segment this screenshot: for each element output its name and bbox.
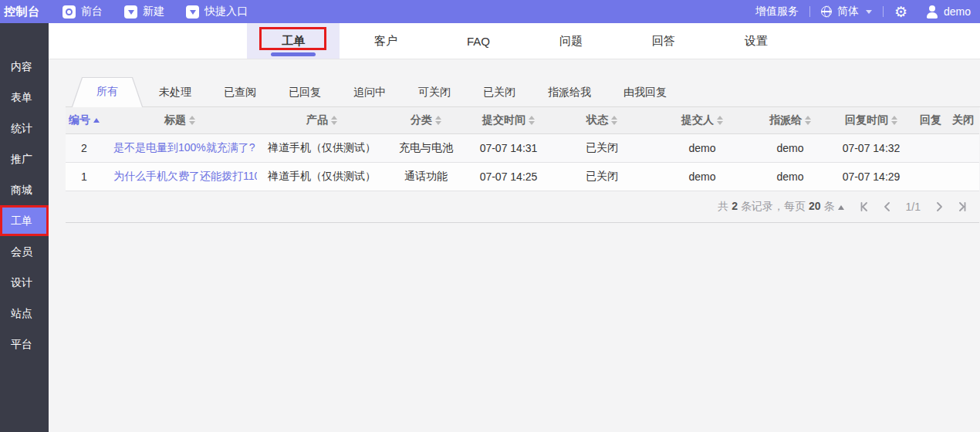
- col-header-product[interactable]: 产品: [257, 107, 387, 133]
- menu-item-label: 前台: [81, 5, 103, 19]
- total-records: 2: [728, 200, 741, 212]
- globe-icon: [821, 6, 832, 17]
- last-page-button[interactable]: [958, 202, 968, 211]
- menu-item-new[interactable]: 新建: [124, 5, 164, 19]
- filter-tab-unprocessed[interactable]: 未处理: [143, 78, 208, 106]
- tab-question[interactable]: 问题: [525, 23, 617, 59]
- table-row: 1 为什么手机欠费了还能拨打110 禅道手机（仅供测试） 通话功能 07-07 …: [66, 162, 979, 191]
- sort-icon: [435, 116, 441, 125]
- cell-reply: [914, 133, 947, 162]
- col-header-status[interactable]: 状态: [552, 107, 652, 133]
- cell-submitted: 07-07 14:31: [465, 133, 552, 162]
- annotation-red-box: [259, 27, 326, 50]
- cell-submitter: demo: [652, 133, 752, 162]
- caret-down-icon: [866, 10, 872, 14]
- per-page-caret-icon[interactable]: [838, 205, 844, 210]
- main-content: 所有 未处理 已查阅 已回复 追问中 可关闭 已关闭 指派给我 由我回复: [49, 59, 980, 432]
- filter-tabs: 所有 未处理 已查阅 已回复 追问中 可关闭 已关闭 指派给我 由我回复: [66, 77, 980, 106]
- sidebar-item-member[interactable]: 会员: [0, 236, 49, 267]
- topbar: 控制台 前台 新建 快捷入口 增值服务 简体 ⚙ demo: [0, 0, 980, 23]
- menu-item-frontend[interactable]: 前台: [63, 5, 103, 19]
- user-icon: [926, 5, 938, 18]
- tab-label: FAQ: [467, 35, 490, 48]
- sort-icon: [611, 116, 617, 125]
- language-switcher[interactable]: 简体: [821, 5, 872, 19]
- cell-product: 禅道手机（仅供测试）: [257, 133, 387, 162]
- tab-faq[interactable]: FAQ: [432, 23, 525, 59]
- cell-assignee: demo: [752, 162, 828, 191]
- col-header-close: 关闭: [947, 107, 979, 133]
- col-header-category[interactable]: 分类: [387, 107, 465, 133]
- sidebar-item-stats[interactable]: 统计: [0, 113, 49, 143]
- col-header-submitted[interactable]: 提交时间: [465, 107, 552, 133]
- app-logo: 控制台: [0, 5, 49, 19]
- cell-status: 已关闭: [552, 162, 652, 191]
- col-header-id[interactable]: 编号: [66, 107, 103, 133]
- tab-ticket[interactable]: 工单: [247, 23, 340, 59]
- table-footer: 共2条记录，每页20条 1/1: [66, 191, 979, 223]
- active-tab-underline: [271, 52, 316, 56]
- filter-tab-replied[interactable]: 已回复: [272, 78, 337, 106]
- col-header-submitter[interactable]: 提交人: [652, 107, 752, 133]
- filter-tab-closed[interactable]: 已关闭: [467, 78, 532, 106]
- menu-item-label: 快捷入口: [204, 5, 248, 19]
- user-menu[interactable]: demo: [926, 5, 971, 18]
- col-header-assignee[interactable]: 指派给: [752, 107, 828, 133]
- ticket-link[interactable]: 为什么手机欠费了还能拨打110: [113, 170, 257, 182]
- filter-tab-all[interactable]: 所有: [72, 77, 143, 106]
- sidebar-item-content[interactable]: 内容: [0, 51, 49, 82]
- sort-asc-icon: [93, 118, 100, 123]
- sidebar-item-design[interactable]: 设计: [0, 267, 49, 298]
- prev-page-button[interactable]: [884, 202, 890, 211]
- chevron-down-icon: [124, 5, 137, 19]
- menu-item-quick-entry[interactable]: 快捷入口: [186, 5, 248, 19]
- sidebar-item-ticket[interactable]: 工单: [0, 205, 49, 236]
- sort-icon: [529, 116, 535, 125]
- filter-tab-label: 所有: [72, 77, 143, 106]
- cell-id: 2: [66, 133, 103, 162]
- sidebar-item-site[interactable]: 站点: [0, 298, 49, 329]
- filter-tab-assigned-to-me[interactable]: 指派给我: [532, 78, 607, 106]
- tab-label: 设置: [745, 34, 768, 49]
- ticket-table-panel: 编号 标题 产品 分类 提交时间 状态 提交人 指派给 回复时间 回复 关闭: [66, 106, 980, 223]
- ticket-link[interactable]: 是不是电量到100%就充满了?: [113, 141, 255, 154]
- tab-answer[interactable]: 回答: [617, 23, 710, 59]
- cell-assignee: demo: [752, 133, 828, 162]
- username: demo: [944, 5, 971, 18]
- divider: [883, 6, 884, 17]
- cell-title: 是不是电量到100%就充满了?: [103, 133, 257, 162]
- gear-icon[interactable]: ⚙: [894, 5, 907, 19]
- cell-submitter: demo: [652, 162, 752, 191]
- filter-tab-replied-by-me[interactable]: 由我回复: [607, 78, 683, 106]
- divider: [809, 6, 810, 17]
- cell-id: 1: [66, 162, 103, 191]
- cell-close: [947, 162, 979, 191]
- first-page-button[interactable]: [858, 202, 868, 211]
- tab-label: 回答: [652, 34, 675, 49]
- value-added-services-link[interactable]: 增值服务: [755, 5, 799, 19]
- frontend-eye-icon: [63, 5, 76, 19]
- next-page-button[interactable]: [936, 202, 943, 211]
- col-header-replied[interactable]: 回复时间: [828, 107, 914, 133]
- sidebar: 内容 表单 统计 推广 商城 工单 会员 设计 站点 平台: [0, 23, 49, 432]
- ticket-table: 编号 标题 产品 分类 提交时间 状态 提交人 指派给 回复时间 回复 关闭: [66, 107, 979, 191]
- filter-tab-viewed[interactable]: 已查阅: [208, 78, 272, 106]
- sidebar-item-promotion[interactable]: 推广: [0, 143, 49, 174]
- table-header-row: 编号 标题 产品 分类 提交时间 状态 提交人 指派给 回复时间 回复 关闭: [66, 107, 979, 133]
- sidebar-item-platform[interactable]: 平台: [0, 329, 49, 359]
- sort-icon: [891, 116, 897, 125]
- per-page-count: 20: [806, 200, 824, 212]
- filter-tab-closable[interactable]: 可关闭: [402, 78, 467, 106]
- module-nav: 工单 客户 FAQ 问题 回答 设置: [49, 23, 980, 59]
- sort-icon: [805, 116, 811, 125]
- tab-customer[interactable]: 客户: [340, 23, 432, 59]
- col-header-title[interactable]: 标题: [103, 107, 257, 133]
- cell-replied: 07-07 14:32: [828, 133, 914, 162]
- sort-icon: [189, 116, 195, 125]
- sidebar-item-form[interactable]: 表单: [0, 82, 49, 113]
- sidebar-item-mall[interactable]: 商城: [0, 174, 49, 205]
- tab-settings[interactable]: 设置: [710, 23, 803, 59]
- sort-icon: [717, 116, 723, 125]
- filter-tab-following[interactable]: 追问中: [337, 78, 402, 106]
- cell-category: 充电与电池: [387, 133, 465, 162]
